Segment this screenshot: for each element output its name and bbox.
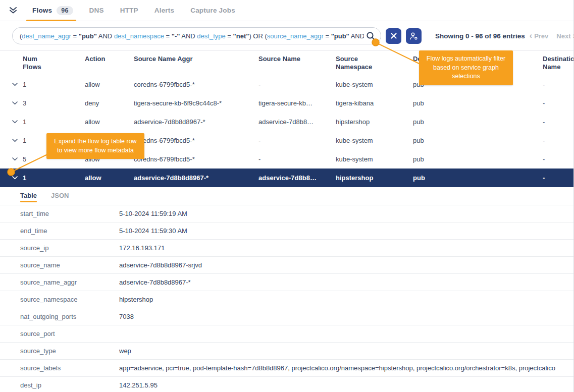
- search-icon[interactable]: [366, 31, 376, 41]
- cell-num-flows: 1: [23, 118, 85, 126]
- x-icon: [391, 33, 397, 39]
- tab-flows[interactable]: Flows96: [24, 0, 81, 21]
- cell-source-name: tigera-secure-kb…: [258, 99, 336, 107]
- flow-row[interactable]: 3denytigera-secure-kb-6f9c9c44c8-*tigera…: [0, 94, 573, 113]
- tab-count-badge: 96: [57, 6, 73, 15]
- user-settings-button[interactable]: [406, 28, 422, 44]
- detail-value: wep: [119, 347, 573, 355]
- tab-capture-jobs[interactable]: Capture Jobs: [182, 0, 243, 21]
- cell-source-namespace: kube-system: [336, 81, 413, 88]
- cell-num-flows: 1: [23, 174, 85, 182]
- detail-value: 142.251.5.95: [119, 381, 573, 389]
- cell-dest-name-aggr: pub: [413, 174, 543, 182]
- cell-source-namespace: tigera-kibana: [336, 99, 413, 107]
- detail-row-source-name-aggr: source_name_aggradservice-7d8b8d8967-*: [0, 274, 573, 291]
- log-tabbar: Flows96DNSHTTPAlertsCapture Jobs: [0, 0, 573, 21]
- filter-row: (dest_name_aggr = "pub" AND dest_namespa…: [0, 21, 573, 50]
- prev-label: Prev: [534, 32, 548, 40]
- column-header-destination-name: Destination Name: [543, 55, 573, 71]
- cell-action: deny: [85, 99, 134, 107]
- flow-detail-panel: TableJSON start_time5-10-2024 11:59:19 A…: [0, 187, 573, 392]
- detail-row-nat-outgoing-ports: nat_outgoing_ports7038: [0, 308, 573, 325]
- cell-source-name-aggr: adservice-7d8b8d8967-*: [134, 174, 258, 182]
- user-gear-icon: [409, 31, 419, 41]
- tab-alerts[interactable]: Alerts: [146, 0, 182, 21]
- cell-source-name-aggr: adservice-7d8b8d8967-*: [134, 118, 258, 126]
- cell-num-flows: 3: [23, 99, 85, 107]
- detail-row-dest-ip: dest_ip142.251.5.95: [0, 377, 573, 392]
- cell-action: allow: [85, 174, 134, 182]
- detail-value: 172.16.193.171: [119, 244, 573, 252]
- column-header-num-flows: Num Flows: [23, 55, 85, 71]
- filter-query-text: (dest_name_aggr = "pub" AND dest_namespa…: [20, 32, 364, 40]
- flow-row[interactable]: 1allowadservice-7d8b8d8967-*adservice-7d…: [0, 169, 573, 187]
- cell-dest-name-aggr: pub: [413, 137, 543, 144]
- detail-tab-json[interactable]: JSON: [51, 192, 69, 201]
- cell-source-namespace: hipstershop: [336, 118, 413, 126]
- pagination: ‹ Prev Next ›: [530, 32, 574, 40]
- detail-key: source_port: [20, 330, 119, 338]
- prev-button[interactable]: ‹ Prev: [530, 32, 549, 40]
- chevron-down-icon[interactable]: [12, 120, 23, 124]
- detail-key: source_namespace: [20, 296, 119, 303]
- cell-dest-name: -: [543, 118, 573, 126]
- chevron-down-icon[interactable]: [12, 139, 23, 142]
- cell-source-name-aggr: coredns-6799fbcd5-*: [134, 137, 258, 144]
- cell-source-name: -: [258, 137, 336, 144]
- detail-row-source-namespace: source_namespacehipstershop: [0, 291, 573, 308]
- cell-dest-name: -: [543, 155, 573, 163]
- cell-source-namespace: hipstershop: [336, 174, 413, 182]
- next-button[interactable]: Next ›: [556, 32, 574, 40]
- cell-dest-name: -: [543, 137, 573, 144]
- flows-table-body: 1allowcoredns-6799fbcd5-*-kube-systempub…: [0, 75, 573, 187]
- detail-rows: start_time5-10-2024 11:59:19 AMend_time5…: [0, 205, 573, 392]
- detail-tabs: TableJSON: [0, 187, 573, 205]
- chevron-down-icon[interactable]: [12, 176, 23, 180]
- tab-label: HTTP: [120, 7, 138, 14]
- tab-label: Flows: [32, 7, 52, 14]
- cell-source-name-aggr: tigera-secure-kb-6f9c9c44c8-*: [134, 99, 258, 107]
- tab-dns[interactable]: DNS: [81, 0, 112, 21]
- tab-http[interactable]: HTTP: [112, 0, 146, 21]
- cell-dest-name-aggr: pub: [413, 118, 543, 126]
- cell-action: allow: [85, 81, 134, 88]
- detail-key: source_name: [20, 261, 119, 269]
- chevron-down-icon[interactable]: [12, 101, 23, 105]
- tab-label: Alerts: [154, 7, 174, 14]
- chevron-down-icon[interactable]: [12, 83, 23, 86]
- clear-filter-button[interactable]: [386, 28, 401, 44]
- cell-source-name-aggr: coredns-6799fbcd5-*: [134, 155, 258, 163]
- detail-key: start_time: [20, 210, 119, 217]
- chevron-down-icon[interactable]: [12, 157, 23, 161]
- detail-tab-table[interactable]: Table: [20, 192, 37, 201]
- cell-dest-name-aggr: pub: [413, 99, 543, 107]
- detail-key: source_ip: [20, 244, 119, 252]
- cell-source-name: -: [258, 155, 336, 163]
- detail-value: hipstershop: [119, 296, 573, 303]
- detail-value: 7038: [119, 313, 573, 320]
- cell-dest-name: -: [543, 174, 573, 182]
- cell-source-name: adservice-7d8b8…: [258, 118, 336, 126]
- detail-row-source-port: source_port: [0, 325, 573, 343]
- next-label: Next: [556, 32, 570, 40]
- detail-key: dest_ip: [20, 381, 119, 389]
- detail-row-source-name: source_nameadservice-7d8b8d8967-srjvd: [0, 257, 573, 274]
- cell-source-name: adservice-7d8b8…: [258, 174, 336, 182]
- detail-value: adservice-7d8b8d8967-srjvd: [119, 261, 573, 269]
- cell-source-name-aggr: coredns-6799fbcd5-*: [134, 81, 258, 88]
- detail-value: 5-10-2024 11:59:30 AM: [119, 227, 573, 235]
- chevron-column-spacer: [12, 55, 23, 71]
- log-type-tabs: Flows96DNSHTTPAlertsCapture Jobs: [24, 0, 243, 21]
- flow-row[interactable]: 1allowadservice-7d8b8d8967-*adservice-7d…: [0, 113, 573, 131]
- detail-row-end-time: end_time5-10-2024 11:59:30 AM: [0, 222, 573, 240]
- detail-row-source-ip: source_ip172.16.193.171: [0, 240, 573, 257]
- column-header-source-name-aggr: Source Name Aggr: [134, 55, 258, 71]
- callout-flow-logs-filter: Flow logs automatically filter based on …: [419, 50, 513, 85]
- filter-query-input[interactable]: (dest_name_aggr = "pub" AND dest_namespa…: [12, 27, 381, 44]
- entries-count: Showing 0 - 96 of 96 entries: [435, 32, 525, 40]
- detail-row-source-labels: source_labelsapp=adservice, pci=true, po…: [0, 360, 573, 377]
- double-chevron-down-icon[interactable]: [9, 7, 17, 14]
- chevron-left-icon: ‹: [530, 32, 532, 40]
- cell-dest-name: -: [543, 99, 573, 107]
- column-header-source-name: Source Name: [258, 55, 336, 71]
